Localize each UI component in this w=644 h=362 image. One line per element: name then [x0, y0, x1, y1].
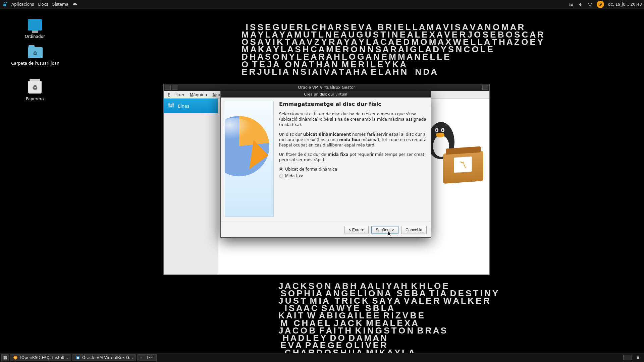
desktop-icon-home[interactable]: ⌂ Carpeta de l'usuari joan [10, 44, 60, 66]
wizard-paragraph: Un fitxer de disc dur de mida fixa pot r… [279, 152, 427, 163]
volume-tray-icon[interactable] [578, 2, 583, 7]
svg-point-21 [14, 357, 17, 359]
top-panel: Aplicacions Llocs Sistema ⦿ dc. 19 jul.,… [0, 0, 644, 9]
window-title: Oracle VM VirtualBox Gestor [298, 85, 355, 90]
systray: ⦿ dc. 19 jul., 20:43 [569, 1, 642, 8]
desktop-icon-trash[interactable]: ♻ Paperera [15, 79, 55, 101]
radio-icon [279, 174, 283, 178]
menu-machine[interactable]: Màquina [187, 92, 210, 98]
create-disk-wizard-dialog: Crea un disc dur virtual Emmagatzematge … [220, 91, 431, 238]
wizard-paragraph: Un disc dur ubicat dinàmicament només fa… [279, 132, 427, 148]
svg-point-13 [168, 104, 170, 106]
firefox-icon [13, 355, 18, 360]
chart-icon: 〽 [454, 156, 472, 173]
svg-rect-16 [3, 356, 5, 357]
taskbar-item-label: [OpenBSD FAQ: Install... [20, 355, 68, 360]
desktop-icon-computer[interactable]: Ordinador [15, 17, 55, 39]
svg-rect-19 [5, 358, 7, 359]
menu-file[interactable]: Fitxer [165, 92, 187, 98]
window-maximize-button[interactable] [172, 85, 177, 90]
sidebar-item-tools[interactable]: Eines [164, 99, 218, 113]
workspace-switcher-icon[interactable] [623, 355, 632, 360]
wizard-button-bar: < Enrere Següent > Cancel·la [221, 222, 431, 238]
taskbar-item-label: [~] [147, 355, 153, 360]
sidebar-item-label: Eines [178, 104, 190, 109]
svg-point-1 [4, 2, 5, 3]
back-button[interactable]: < Enrere [344, 226, 369, 234]
svg-point-2 [3, 3, 4, 3]
tux-toolbox-illustration: 〽 [423, 122, 483, 182]
svg-point-0 [6, 2, 7, 3]
desktop-icon-label: Paperera [15, 97, 55, 101]
menu-places[interactable]: Llocs [36, 1, 50, 7]
weather-tray-icon[interactable] [72, 2, 78, 7]
svg-point-14 [170, 106, 172, 107]
cancel-button[interactable]: Cancel·la [401, 226, 427, 234]
bottom-panel: [OpenBSD FAQ: Install... Oracle VM Virtu… [0, 353, 644, 362]
monitor-icon [28, 19, 42, 31]
indicator-menu-icon[interactable] [569, 2, 574, 7]
wizard-content: Emmagatzematge al disc dur físic Selecci… [279, 101, 427, 219]
menu-system[interactable]: Sistema [50, 1, 70, 7]
taskbar-item-browser[interactable]: [OpenBSD FAQ: Install... [10, 354, 71, 361]
network-tray-icon[interactable] [587, 2, 593, 7]
terminal-icon [140, 355, 145, 360]
gnome-logo-icon[interactable] [2, 1, 8, 7]
folder-home-icon: ⌂ [28, 47, 43, 58]
svg-point-15 [172, 104, 174, 105]
svg-rect-10 [169, 103, 170, 108]
bottom-tray [623, 355, 643, 360]
dialog-titlebar[interactable]: Crea un disc dur virtual [221, 91, 431, 98]
window-minimize-button[interactable] [165, 85, 171, 90]
desktop-icon-label: Ordinador [15, 34, 55, 39]
wallpaper-text-bottom: J A C K S O N A B H A A L I Y A H K H L … [278, 275, 498, 356]
vm-sidebar: Eines [164, 99, 218, 275]
wizard-illustration [225, 101, 274, 217]
radio-dynamic[interactable]: Ubicat de forma dinàmica [279, 167, 427, 172]
trash-icon: ♻ [28, 81, 42, 94]
svg-point-3 [570, 3, 570, 3]
taskbar-item-label: Oracle VM VirtualBox G... [82, 355, 133, 360]
wizard-heading: Emmagatzematge al disc dur físic [279, 101, 427, 107]
window-titlebar[interactable]: Oracle VM VirtualBox Gestor [164, 84, 489, 91]
svg-rect-17 [5, 356, 7, 357]
svg-rect-18 [3, 358, 5, 359]
radio-fixed[interactable]: Mida fixa [279, 174, 427, 178]
radio-label: Mida fixa [285, 174, 304, 178]
wallpaper-text-top: I S S E G U E R L C H A R S E V A B R I … [241, 16, 543, 75]
svg-point-5 [570, 5, 570, 6]
svg-point-4 [570, 4, 570, 4]
menu-applications[interactable]: Aplicacions [9, 1, 36, 7]
trash-tray-icon[interactable] [635, 355, 641, 360]
window-close-button[interactable] [482, 85, 488, 90]
tools-icon [167, 102, 175, 110]
next-button[interactable]: Següent > [371, 226, 398, 234]
show-desktop-button[interactable] [1, 354, 9, 361]
wizard-paragraph: Seleccioneu si el fitxer de disc dur ha … [279, 111, 427, 128]
taskbar-item-terminal[interactable]: [~] [137, 354, 156, 361]
svg-rect-23 [77, 357, 79, 359]
svg-point-9 [590, 6, 590, 7]
radio-icon [279, 167, 283, 171]
dialog-title: Crea un disc dur virtual [304, 92, 347, 97]
svg-rect-24 [141, 356, 145, 359]
clock[interactable]: dc. 19 jul., 20:43 [608, 2, 642, 7]
user-avatar-icon[interactable]: ⦿ [597, 1, 604, 8]
virtualbox-icon [75, 355, 80, 360]
taskbar-item-virtualbox[interactable]: Oracle VM VirtualBox G... [72, 354, 136, 361]
desktop-icon-label: Carpeta de l'usuari joan [10, 61, 60, 66]
radio-label: Ubicat de forma dinàmica [285, 167, 337, 172]
